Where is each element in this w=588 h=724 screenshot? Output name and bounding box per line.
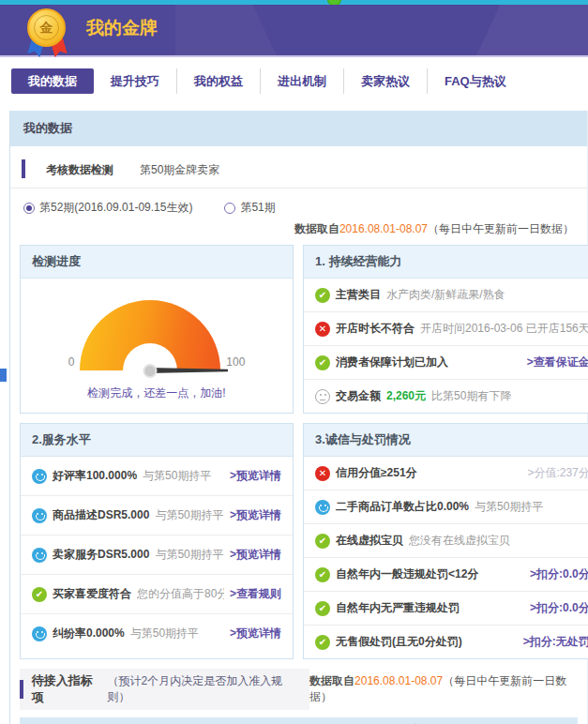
preview-detail-link[interactable]: >预览详情 <box>230 547 281 563</box>
metric-desc: 与第50期持平 <box>155 507 223 523</box>
pending-section-title: 待接入指标项 （预计2个月内决定是否加入准入规则） <box>20 669 309 710</box>
metric-row-secondhand-orders: 二手商品订单数占比0.00% 与第50期持平 <box>304 490 588 524</box>
pending-indicators-section: 待接入指标项 （预计2个月内决定是否加入准入规则） 数据取自2016.08.01… <box>20 669 578 724</box>
metric-desc: 与第50期持平 <box>143 468 211 484</box>
panel-integrity-punishment: 3.诚信与处罚情况 ✕ 信用分值≥251分 >分值:237分 二手商品订单数占比… <box>303 423 588 659</box>
metric-row-credit-score: ✕ 信用分值≥251分 >分值:237分 <box>304 457 588 490</box>
progress-gauge: 0 100 <box>68 300 246 370</box>
metric-desc: 与第50期持平 <box>475 499 543 515</box>
metric-desc: 您的分值高于80分 <box>137 586 224 602</box>
radio-period-52[interactable]: 第52期(2016.09.01-09.15生效) <box>23 200 192 216</box>
period-radio-group: 第52期(2016.09.01-09.15生效) 第51期 <box>10 189 587 216</box>
tab-my-data[interactable]: 我的数据 <box>11 68 94 94</box>
metric-row-consumer-protection: ✔ 消费者保障计划已加入 >查看保证金 <box>304 346 588 380</box>
metric-label: 主营类目 <box>336 287 381 303</box>
transaction-amount-value: 2,260元 <box>386 388 426 404</box>
radio-selected-icon[interactable] <box>23 203 35 214</box>
metric-desc: 比第50期有下降 <box>431 388 511 404</box>
metric-desc: 水产肉类/新鲜蔬果/熟食 <box>386 287 505 303</box>
metric-label: 自然年内一般违规处罚<12分 <box>336 566 478 582</box>
preview-detail-link[interactable]: >预览详情 <box>230 468 281 484</box>
my-gold-medal-page: 金 我的金牌 我的数据 提升技巧 我的权益 进出机制 卖家热议 FAQ与热议 我… <box>0 0 588 724</box>
smile-icon <box>32 508 47 523</box>
gauge-caption: 检测完成，还差一点，加油! <box>87 385 225 401</box>
metric-desc: 您没有在线虚拟宝贝 <box>409 533 510 549</box>
metric-row-buyer-favor: ✔ 买家喜爱度符合 您的分值高于80分 >查看规则 <box>21 575 293 614</box>
metric-row-counterfeit: ✔ 无售假处罚(且无0分处罚) >扣分:无处罚 <box>304 626 588 658</box>
radio-period-51-label: 第51期 <box>240 200 275 216</box>
purple-marker-bar <box>20 680 23 699</box>
radio-period-51[interactable]: 第51期 <box>224 200 275 216</box>
metric-label: 好评率100.000% <box>53 468 137 484</box>
metric-label: 开店时长不符合 <box>336 321 415 337</box>
smile-icon <box>32 548 47 563</box>
subtab-period50-sellers[interactable]: 第50期金牌卖家 <box>127 158 233 188</box>
metric-desc: 与第50期持平 <box>130 626 199 641</box>
metric-label: 二手商品订单数占比0.00% <box>336 499 469 515</box>
neutral-face-icon <box>315 389 330 404</box>
metric-label: 纠纷率0.000% <box>53 626 125 641</box>
metric-row-general-violation: ✔ 自然年内一般违规处罚<12分 >扣分:0.0分 <box>304 558 588 592</box>
pending-indicators-table: 指标名称 期望水平 卖家当前状态 备注 24 发货速度 平均发货时长≤24小时 … <box>20 717 578 724</box>
page-header: 金 我的金牌 <box>0 5 588 57</box>
medal-coin: 金 <box>27 8 66 47</box>
panel2-title: 2.服务水平 <box>21 424 293 457</box>
pending-section-head: 待接入指标项 （预计2个月内决定是否加入准入规则） 数据取自2016.08.01… <box>20 669 578 710</box>
side-feedback-widget[interactable] <box>0 369 7 382</box>
metric-label: 自然年内无严重违规处罚 <box>336 600 460 616</box>
tab-seller-discussion[interactable]: 卖家热议 <box>344 68 428 94</box>
metric-label: 买家喜爱度符合 <box>53 586 131 602</box>
panel-service-level: 2.服务水平 好评率100.000% 与第50期持平 >预览详情 商品描述DSR… <box>20 423 294 659</box>
panel1-title: 1. 持续经营能力 <box>304 246 588 279</box>
metric-row-transaction-amount: 交易金额 2,260元 比第50期有下降 <box>304 380 588 413</box>
metric-label: 消费者保障计划已加入 <box>336 354 448 370</box>
deduction-link[interactable]: >扣分:无处罚 <box>523 634 588 650</box>
panels-grid: 检测进度 0 100 检测完成，还差一点，加油! <box>20 245 578 659</box>
check-icon: ✔ <box>32 587 47 602</box>
view-deposit-link[interactable]: >查看保证金 <box>527 354 588 370</box>
metric-desc: 开店时间2016-03-06 已开店156天 <box>420 321 588 337</box>
radio-period-52-label: 第52期(2016.09.01-09.15生效) <box>39 200 192 216</box>
metric-label: 在线虚拟宝贝 <box>336 533 403 549</box>
metric-row-item-description-dsr: 商品描述DSR5.000 与第50期持平 >预览详情 <box>21 496 293 535</box>
metric-row-dispute-rate: 纠纷率0.000% 与第50期持平 >预览详情 <box>21 614 293 653</box>
metric-label: 商品描述DSR5.000 <box>53 507 149 523</box>
check-icon: ✔ <box>315 601 330 616</box>
radio-unselected-icon[interactable] <box>224 203 235 214</box>
check-icon: ✔ <box>315 567 330 582</box>
tab-improve-skills[interactable]: 提升技巧 <box>94 68 177 94</box>
deduction-link[interactable]: >扣分:0.0分 <box>530 600 588 616</box>
check-icon: ✔ <box>315 288 330 303</box>
gold-medal-icon: 金 <box>24 8 69 57</box>
subtab-assessment-check[interactable]: 考核数据检测 <box>33 158 127 188</box>
metric-label: 无售假处罚(且无0分处罚) <box>336 634 462 650</box>
tab-faq[interactable]: FAQ与热议 <box>428 68 523 94</box>
sub-tab-bar: 考核数据检测 第50期金牌卖家 <box>10 146 587 189</box>
deduction-link[interactable]: >扣分:0.0分 <box>530 566 588 582</box>
panel-operating-ability: 1. 持续经营能力 ✔ 主营类目 水产肉类/新鲜蔬果/熟食 ✕ 开店时长不符合 … <box>303 245 588 414</box>
metric-label: 信用分值≥251分 <box>336 465 417 481</box>
check-icon: ✔ <box>315 635 330 650</box>
gauge-max-label: 100 <box>226 355 245 370</box>
gauge-hub <box>143 364 158 378</box>
source-suffix: （每日中午更新前一日数据） <box>428 222 574 235</box>
smile-icon <box>32 626 47 641</box>
section-title: 我的数据 <box>23 121 72 135</box>
page-title: 我的金牌 <box>86 16 158 40</box>
view-rules-link[interactable]: >查看规则 <box>230 586 281 602</box>
purple-marker-bar <box>22 159 25 178</box>
metric-row-main-category: ✔ 主营类目 水产肉类/新鲜蔬果/熟食 <box>304 279 588 312</box>
tab-entry-exit-rules[interactable]: 进出机制 <box>261 68 344 94</box>
gauge-area: 0 100 检测完成，还差一点，加油! <box>21 279 293 415</box>
preview-detail-link[interactable]: >预览详情 <box>230 626 281 641</box>
gauge-min-label: 0 <box>68 355 75 370</box>
source-date: 2016.08.01-08.07 <box>354 674 443 687</box>
source-date: 2016.08.01-08.07 <box>339 222 428 235</box>
tab-my-benefits[interactable]: 我的权益 <box>177 68 261 94</box>
credit-score-note: >分值:237分 <box>527 465 588 481</box>
medal-character: 金 <box>34 15 59 40</box>
preview-detail-link[interactable]: >预览详情 <box>230 507 281 523</box>
source-prefix: 数据取自 <box>294 222 339 235</box>
metric-desc: 与第50期持平 <box>155 547 223 563</box>
content-frame: 我的数据 考核数据检测 第50期金牌卖家 第52期(2016.09.01-09.… <box>9 111 588 724</box>
